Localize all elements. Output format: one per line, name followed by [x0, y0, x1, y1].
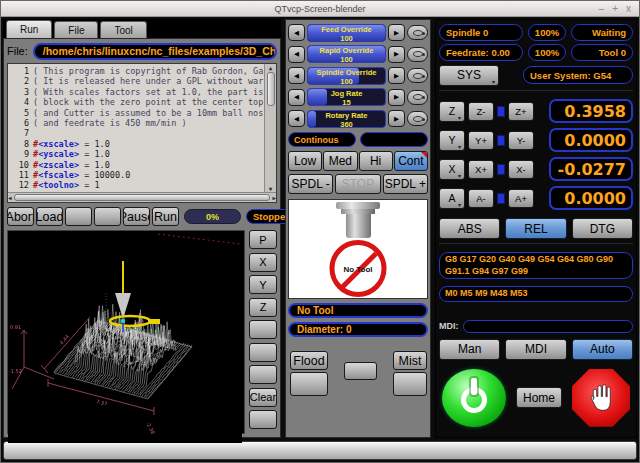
- jog-speed-button[interactable]: Med: [323, 151, 357, 171]
- program-action-button[interactable]: Pause: [123, 207, 150, 226]
- gcode-text[interactable]: 1 ( This program is copyright of Rab Gor…: [8, 64, 264, 192]
- tab[interactable]: File: [54, 21, 98, 38]
- shortcut-button[interactable]: [407, 111, 428, 126]
- view-button[interactable]: [249, 320, 277, 339]
- program-action-button[interactable]: [94, 207, 121, 226]
- decrease-button[interactable]: ◀: [288, 67, 305, 84]
- spindle-buttons: SPDL -STOPSPDL +: [288, 174, 428, 194]
- shortcut-button[interactable]: [407, 68, 428, 83]
- shortcut-button[interactable]: [407, 47, 428, 62]
- view-button[interactable]: [249, 343, 277, 362]
- decrease-button[interactable]: ◀: [288, 24, 305, 41]
- view-button[interactable]: Y: [249, 275, 277, 294]
- home-button[interactable]: Home: [516, 387, 562, 408]
- jog-button[interactable]: Z-: [468, 102, 494, 121]
- jog-speed-button[interactable]: Hi: [359, 151, 393, 171]
- dro-mode-button[interactable]: ABS: [439, 218, 500, 239]
- scroll-down-icon[interactable]: ▼: [269, 185, 273, 192]
- view-button[interactable]: Clear: [249, 388, 277, 407]
- increase-button[interactable]: ▶: [388, 110, 405, 127]
- program-action-button[interactable]: Run: [152, 207, 179, 226]
- mist-indicator-button[interactable]: [393, 372, 427, 396]
- decrease-button[interactable]: ◀: [288, 110, 305, 127]
- override-slider[interactable]: Rotary Rate 360: [307, 110, 386, 128]
- jog-button[interactable]: A+: [508, 189, 534, 208]
- scroll-left-icon[interactable]: ◀: [8, 194, 12, 201]
- loaded-file-path: /home/chris/linuxcnc/nc_files/examples/3…: [33, 43, 277, 60]
- machine-mode-button[interactable]: Auto: [572, 339, 633, 360]
- jog-button[interactable]: X+: [468, 160, 494, 179]
- axis-select-button[interactable]: Z ▾: [439, 101, 465, 122]
- program-action-button[interactable]: Abort: [7, 207, 34, 226]
- maximize-icon[interactable]: +: [612, 2, 618, 16]
- mist-button[interactable]: Mist: [393, 351, 427, 370]
- view-button[interactable]: X: [249, 253, 277, 272]
- flood-indicator-button[interactable]: [290, 372, 328, 396]
- view-button[interactable]: Z: [249, 298, 277, 317]
- tool-diameter-display: Diameter: 0: [288, 322, 428, 337]
- view-button[interactable]: [249, 365, 277, 384]
- coolant-extra-button[interactable]: [344, 362, 377, 380]
- window-title: QTvcp-Screen-blender: [1, 4, 639, 14]
- minimize-icon[interactable]: –: [599, 2, 605, 16]
- scroll-right-icon[interactable]: ▶: [272, 194, 276, 201]
- scrollbar-thumb[interactable]: [267, 72, 275, 106]
- shortcut-button[interactable]: [407, 25, 428, 40]
- increase-button[interactable]: ▶: [388, 24, 405, 41]
- mdi-input[interactable]: [463, 320, 634, 333]
- override-slider[interactable]: Feed Override 100: [307, 24, 386, 42]
- editor-horizontal-scrollbar[interactable]: ◀ ▶: [8, 192, 276, 202]
- scroll-up-icon[interactable]: ▲: [269, 64, 273, 71]
- close-icon[interactable]: x: [626, 2, 631, 16]
- bottom-action-row: Home: [439, 363, 633, 434]
- jog-button[interactable]: Y-: [508, 131, 534, 150]
- line-number: 9: [8, 149, 33, 159]
- jog-button[interactable]: X-: [508, 160, 534, 179]
- jog-button[interactable]: Y+: [468, 131, 494, 150]
- override-slider[interactable]: Rapid Override 100: [307, 45, 386, 63]
- view-button[interactable]: [249, 410, 277, 429]
- sys-dropdown-button[interactable]: SYS ▾: [439, 65, 499, 86]
- editor-vertical-scrollbar[interactable]: ▲ ▼: [264, 64, 276, 192]
- spindle-button[interactable]: STOP: [335, 174, 380, 194]
- scrollbar-thumb[interactable]: [14, 194, 271, 201]
- program-action-button[interactable]: Load: [36, 207, 63, 226]
- line-text: ( This program is copyright of Rab Gordo…: [33, 66, 263, 76]
- machine-mode-button[interactable]: MDI: [505, 339, 566, 360]
- gcode-line: 9 #<yscale> = 1.0: [8, 149, 264, 159]
- jog-button[interactable]: A-: [468, 189, 494, 208]
- view-button[interactable]: P: [249, 230, 277, 249]
- gcode-editor[interactable]: 1 ( This program is copyright of Rab Gor…: [7, 63, 277, 203]
- decrease-button[interactable]: ◀: [288, 46, 305, 63]
- shortcut-button[interactable]: [407, 90, 428, 105]
- tab[interactable]: Run: [6, 20, 52, 38]
- line-text: ( It is released here under a GPL withou…: [33, 76, 263, 86]
- dro-mode-button[interactable]: REL: [505, 218, 566, 239]
- override-slider[interactable]: Jog Rate 15: [307, 88, 386, 106]
- spindle-status-row: Spindle 0 100% Waiting: [439, 24, 633, 41]
- increase-button[interactable]: ▶: [388, 46, 405, 63]
- jog-speed-button[interactable]: Cont: [394, 151, 428, 171]
- override-slider[interactable]: Spindle Override 100: [307, 67, 386, 85]
- jog-button[interactable]: Z+: [508, 102, 534, 121]
- program-action-button[interactable]: [65, 207, 92, 226]
- estop-button[interactable]: [572, 369, 630, 427]
- gremlin-3d-preview[interactable]: [7, 230, 245, 434]
- increase-button[interactable]: ▶: [388, 89, 405, 106]
- axis-select-button[interactable]: Y ▾: [439, 130, 465, 151]
- spindle-button[interactable]: SPDL -: [288, 174, 333, 194]
- spindle-button[interactable]: SPDL +: [383, 174, 428, 194]
- spindle-graphic: [336, 202, 380, 209]
- dro-mode-button[interactable]: DTG: [572, 218, 633, 239]
- flood-button[interactable]: Flood: [290, 351, 328, 370]
- decrease-button[interactable]: ◀: [288, 89, 305, 106]
- machine-power-button[interactable]: [442, 369, 506, 427]
- jog-speed-button[interactable]: Low: [288, 151, 322, 171]
- tab[interactable]: Tool: [100, 21, 146, 38]
- machine-mode-button[interactable]: Man: [439, 339, 500, 360]
- slider-value: 15: [308, 98, 385, 106]
- key-icon: [413, 51, 423, 57]
- axis-select-button[interactable]: A ▾: [439, 188, 465, 209]
- increase-button[interactable]: ▶: [388, 67, 405, 84]
- axis-select-button[interactable]: X ▾: [439, 159, 465, 180]
